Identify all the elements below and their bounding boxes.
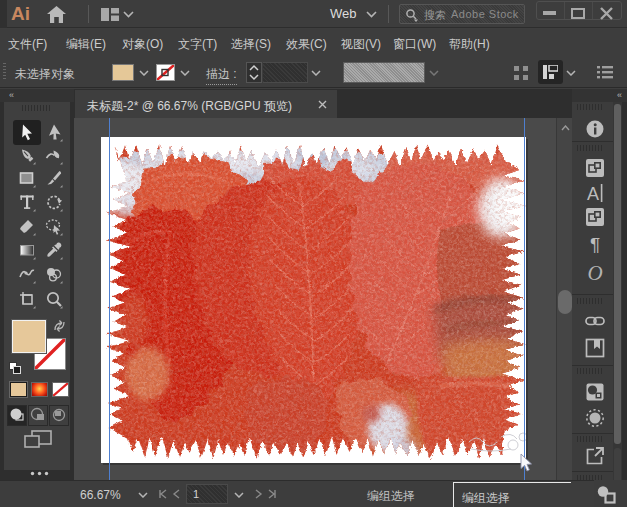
svg-text:¶: ¶ <box>590 234 600 254</box>
svg-text:A: A <box>587 184 599 203</box>
svg-text:O: O <box>587 262 602 282</box>
